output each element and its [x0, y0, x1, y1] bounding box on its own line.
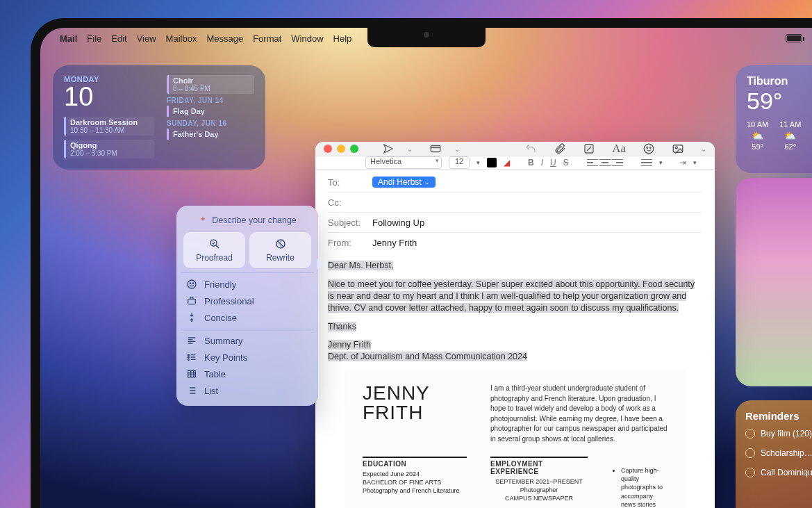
- menubar-app-name[interactable]: Mail: [60, 33, 77, 44]
- svg-point-14: [650, 147, 652, 149]
- menu-help[interactable]: Help: [333, 33, 352, 44]
- resume-name: JENNYFRITH: [363, 384, 467, 423]
- svg-point-2: [188, 280, 196, 288]
- window-zoom-button[interactable]: [350, 145, 358, 153]
- align-right-button[interactable]: [612, 158, 623, 167]
- resume-attachment[interactable]: JENNYFRITH I am a third-year student und…: [345, 370, 686, 508]
- menu-edit[interactable]: Edit: [111, 33, 126, 44]
- indent-right-button[interactable]: ⇥: [679, 158, 686, 167]
- send-options-chevron-icon[interactable]: ⌄: [407, 145, 413, 153]
- mail-body-editor[interactable]: Dear Ms. Herbst, Nice to meet you for co…: [315, 253, 715, 508]
- sparkle-icon: [198, 215, 208, 225]
- reminder-ring-icon[interactable]: [745, 468, 755, 477]
- format-button[interactable]: Aa: [612, 142, 626, 156]
- rewrite-button[interactable]: Rewrite: [249, 232, 311, 268]
- summary-icon: [186, 335, 197, 346]
- strikethrough-button[interactable]: S: [563, 158, 569, 167]
- list-icon: [186, 385, 197, 396]
- align-left-button[interactable]: [587, 158, 598, 167]
- compress-icon: [186, 312, 197, 323]
- svg-point-3: [190, 283, 190, 284]
- format-summary[interactable]: Summary: [183, 332, 311, 349]
- bold-button[interactable]: B: [528, 158, 534, 167]
- from-field[interactable]: Jenny Frith: [372, 238, 417, 248]
- weather-city: Tiburon: [747, 75, 812, 88]
- menu-view[interactable]: View: [137, 33, 156, 44]
- mail-compose-window: ⌄ ⌄ Aa ⌄ Helvetica: [315, 142, 715, 508]
- cloud-sun-icon: ⛅: [779, 130, 801, 141]
- chevron-down-icon[interactable]: ▾: [477, 159, 480, 166]
- selected-text: Dept. of Journalism and Mass Communicati…: [328, 352, 527, 361]
- selected-text: Thanks: [328, 322, 356, 331]
- menu-format[interactable]: Format: [253, 33, 281, 44]
- markup-button[interactable]: [583, 142, 595, 155]
- send-button[interactable]: [382, 142, 395, 155]
- attach-button[interactable]: [554, 142, 566, 155]
- weather-hour: 10 AM⛅59°: [747, 120, 768, 151]
- format-list[interactable]: List: [183, 382, 311, 399]
- header-fields-chevron-icon[interactable]: ⌄: [454, 145, 460, 153]
- magnify-check-icon: [208, 238, 221, 250]
- tone-concise[interactable]: Concise: [183, 309, 311, 326]
- chevron-down-icon[interactable]: ▾: [659, 159, 663, 166]
- format-keypoints[interactable]: Key Points: [183, 349, 311, 366]
- text-color-button[interactable]: [487, 158, 497, 167]
- describe-change-button[interactable]: Describe your change: [183, 213, 311, 232]
- text-color-picker-icon[interactable]: ◢: [504, 158, 510, 167]
- format-table[interactable]: Table: [183, 366, 311, 382]
- window-close-button[interactable]: [324, 145, 332, 153]
- reminder-item[interactable]: Buy film (120): [745, 429, 812, 439]
- reply-button[interactable]: [524, 142, 537, 155]
- subject-field[interactable]: Following Up: [372, 218, 424, 228]
- weather-temp: 59°: [747, 88, 812, 115]
- subject-label: Subject:: [328, 218, 367, 228]
- resume-education-header: EDUCATION: [363, 457, 467, 468]
- photo-browser-chevron-icon[interactable]: ⌄: [701, 145, 706, 153]
- to-label: To:: [328, 177, 367, 188]
- header-fields-button[interactable]: [429, 142, 442, 155]
- weather-widget[interactable]: Tiburon 59° 10 AM⛅59° 11 AM⛅62°: [736, 65, 812, 173]
- cloud-sun-icon: ⛅: [747, 130, 768, 141]
- window-minimize-button[interactable]: [337, 145, 345, 153]
- reminder-item[interactable]: Scholarship…: [745, 448, 812, 458]
- table-icon: [186, 368, 197, 379]
- writing-tools-popover: Describe your change Proofread Rewrite F…: [176, 206, 318, 406]
- reminder-ring-icon[interactable]: [745, 429, 755, 439]
- reminder-item[interactable]: Call Dominique: [745, 468, 812, 477]
- resume-summary: I am a third-year student undergraduate …: [490, 384, 668, 444]
- briefcase-icon: [186, 295, 197, 306]
- emoji-button[interactable]: [643, 142, 655, 155]
- calendar-event: Qigong 2:00 – 3:30 PM: [64, 140, 154, 158]
- menu-mailbox[interactable]: Mailbox: [166, 33, 197, 44]
- reminder-ring-icon[interactable]: [745, 448, 755, 458]
- photos-widget[interactable]: [736, 178, 812, 386]
- font-family-select[interactable]: Helvetica: [365, 156, 442, 169]
- rewrite-icon: [274, 238, 287, 250]
- svg-rect-10: [431, 146, 440, 152]
- menu-file[interactable]: File: [87, 33, 101, 44]
- svg-rect-5: [188, 299, 196, 304]
- menu-window[interactable]: Window: [291, 33, 323, 44]
- svg-point-6: [188, 354, 189, 356]
- chevron-down-icon[interactable]: ⌄: [424, 179, 430, 186]
- photo-browser-button[interactable]: [672, 142, 684, 155]
- selected-text: Jenny Frith: [328, 340, 371, 350]
- align-center-button[interactable]: [599, 158, 611, 167]
- underline-button[interactable]: U: [550, 158, 556, 167]
- menu-message[interactable]: Message: [206, 33, 243, 44]
- proofread-button[interactable]: Proofread: [183, 232, 245, 268]
- tone-professional[interactable]: Professional: [183, 293, 311, 309]
- reminders-widget[interactable]: Reminders Buy film (120) Scholarship… Ca…: [736, 400, 812, 508]
- calendar-widget[interactable]: MONDAY 10 Darkroom Session 10:30 – 11:30…: [53, 65, 265, 170]
- recipient-chip[interactable]: Andi Herbst⌄: [372, 177, 436, 188]
- battery-status-icon[interactable]: [786, 34, 802, 42]
- list-button[interactable]: [641, 158, 652, 167]
- chevron-down-icon[interactable]: ▾: [693, 159, 697, 166]
- font-size-select[interactable]: 12: [449, 156, 470, 169]
- display-notch: [367, 28, 486, 47]
- italic-button[interactable]: I: [541, 158, 543, 167]
- bullets-icon: [186, 352, 197, 363]
- svg-point-12: [644, 144, 654, 154]
- svg-point-4: [192, 283, 193, 284]
- tone-friendly[interactable]: Friendly: [183, 276, 311, 293]
